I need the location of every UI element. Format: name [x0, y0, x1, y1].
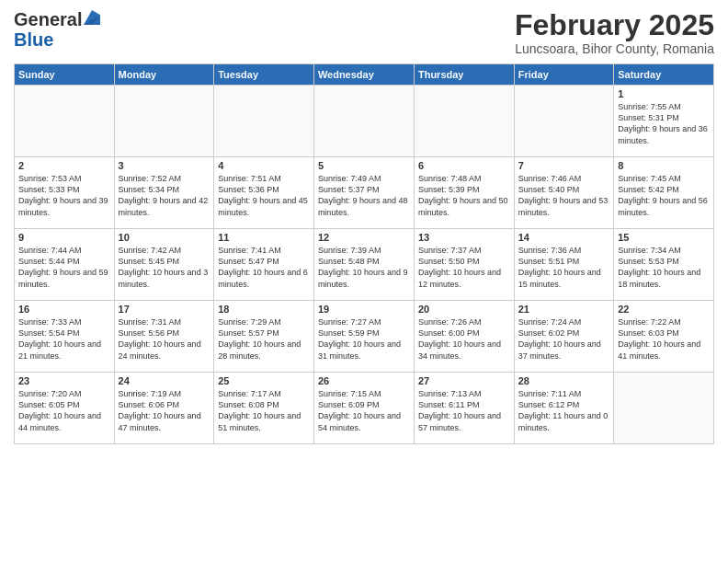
calendar-cell: 25Sunrise: 7:17 AM Sunset: 6:08 PM Dayli…	[214, 373, 314, 444]
calendar-cell: 7Sunrise: 7:46 AM Sunset: 5:40 PM Daylig…	[514, 157, 613, 229]
calendar-cell: 15Sunrise: 7:34 AM Sunset: 5:53 PM Dayli…	[614, 229, 714, 301]
day-info: Sunrise: 7:42 AM Sunset: 5:45 PM Dayligh…	[119, 245, 210, 290]
day-number: 3	[119, 160, 210, 171]
day-info: Sunrise: 7:34 AM Sunset: 5:53 PM Dayligh…	[618, 245, 710, 290]
day-info: Sunrise: 7:15 AM Sunset: 6:09 PM Dayligh…	[318, 388, 410, 433]
calendar-cell: 17Sunrise: 7:31 AM Sunset: 5:56 PM Dayli…	[114, 301, 214, 373]
col-thursday: Thursday	[414, 64, 514, 86]
day-number: 4	[218, 160, 310, 171]
day-info: Sunrise: 7:33 AM Sunset: 5:54 PM Dayligh…	[18, 316, 110, 362]
calendar-cell	[15, 86, 115, 157]
calendar-cell: 4Sunrise: 7:51 AM Sunset: 5:36 PM Daylig…	[214, 157, 314, 229]
day-number: 27	[418, 375, 510, 386]
day-number: 22	[618, 304, 710, 315]
title-block: February 2025 Luncsoara, Bihor County, R…	[515, 9, 714, 56]
calendar-cell: 5Sunrise: 7:49 AM Sunset: 5:37 PM Daylig…	[313, 157, 414, 229]
day-number: 26	[318, 375, 410, 386]
day-number: 9	[18, 232, 110, 243]
day-number: 24	[119, 375, 210, 386]
day-info: Sunrise: 7:29 AM Sunset: 5:57 PM Dayligh…	[218, 316, 310, 362]
day-info: Sunrise: 7:20 AM Sunset: 6:05 PM Dayligh…	[18, 388, 110, 433]
calendar-cell: 13Sunrise: 7:37 AM Sunset: 5:50 PM Dayli…	[414, 229, 514, 301]
logo-text: General	[14, 9, 100, 29]
calendar-cell: 26Sunrise: 7:15 AM Sunset: 6:09 PM Dayli…	[313, 373, 414, 444]
day-info: Sunrise: 7:52 AM Sunset: 5:34 PM Dayligh…	[119, 173, 210, 218]
calendar-cell: 18Sunrise: 7:29 AM Sunset: 5:57 PM Dayli…	[214, 301, 314, 373]
location: Luncsoara, Bihor County, Romania	[515, 41, 714, 56]
day-number: 23	[18, 375, 110, 386]
day-info: Sunrise: 7:41 AM Sunset: 5:47 PM Dayligh…	[218, 245, 310, 290]
day-info: Sunrise: 7:26 AM Sunset: 6:00 PM Dayligh…	[418, 316, 510, 362]
calendar-cell: 20Sunrise: 7:26 AM Sunset: 6:00 PM Dayli…	[414, 301, 514, 373]
day-info: Sunrise: 7:37 AM Sunset: 5:50 PM Dayligh…	[418, 245, 510, 290]
day-number: 15	[618, 232, 710, 243]
day-number: 1	[618, 88, 710, 99]
day-info: Sunrise: 7:45 AM Sunset: 5:42 PM Dayligh…	[618, 173, 710, 218]
day-number: 17	[119, 304, 210, 315]
calendar-cell: 12Sunrise: 7:39 AM Sunset: 5:48 PM Dayli…	[313, 229, 414, 301]
calendar-cell: 24Sunrise: 7:19 AM Sunset: 6:06 PM Dayli…	[114, 373, 214, 444]
calendar-cell: 3Sunrise: 7:52 AM Sunset: 5:34 PM Daylig…	[114, 157, 214, 229]
day-info: Sunrise: 7:51 AM Sunset: 5:36 PM Dayligh…	[218, 173, 310, 218]
day-info: Sunrise: 7:44 AM Sunset: 5:44 PM Dayligh…	[18, 245, 110, 290]
day-info: Sunrise: 7:36 AM Sunset: 5:51 PM Dayligh…	[518, 245, 609, 290]
day-info: Sunrise: 7:53 AM Sunset: 5:33 PM Dayligh…	[18, 173, 110, 218]
calendar-header-row: Sunday Monday Tuesday Wednesday Thursday…	[15, 64, 714, 86]
calendar-cell	[514, 86, 613, 157]
calendar-week-row: 1Sunrise: 7:55 AM Sunset: 5:31 PM Daylig…	[15, 86, 714, 157]
calendar-cell: 14Sunrise: 7:36 AM Sunset: 5:51 PM Dayli…	[514, 229, 613, 301]
calendar-cell	[614, 373, 714, 444]
day-number: 8	[618, 160, 710, 171]
calendar-cell	[313, 86, 414, 157]
calendar-cell: 21Sunrise: 7:24 AM Sunset: 6:02 PM Dayli…	[514, 301, 613, 373]
calendar-cell: 10Sunrise: 7:42 AM Sunset: 5:45 PM Dayli…	[114, 229, 214, 301]
calendar-cell: 16Sunrise: 7:33 AM Sunset: 5:54 PM Dayli…	[15, 301, 115, 373]
day-info: Sunrise: 7:27 AM Sunset: 5:59 PM Dayligh…	[318, 316, 410, 362]
calendar-week-row: 9Sunrise: 7:44 AM Sunset: 5:44 PM Daylig…	[15, 229, 714, 301]
calendar-cell: 2Sunrise: 7:53 AM Sunset: 5:33 PM Daylig…	[15, 157, 115, 229]
calendar-cell: 19Sunrise: 7:27 AM Sunset: 5:59 PM Dayli…	[313, 301, 414, 373]
calendar-cell: 6Sunrise: 7:48 AM Sunset: 5:39 PM Daylig…	[414, 157, 514, 229]
calendar-week-row: 23Sunrise: 7:20 AM Sunset: 6:05 PM Dayli…	[15, 373, 714, 444]
day-info: Sunrise: 7:39 AM Sunset: 5:48 PM Dayligh…	[318, 245, 410, 290]
day-number: 13	[418, 232, 510, 243]
day-info: Sunrise: 7:31 AM Sunset: 5:56 PM Dayligh…	[119, 316, 210, 362]
day-info: Sunrise: 7:24 AM Sunset: 6:02 PM Dayligh…	[518, 316, 609, 362]
day-number: 20	[418, 304, 510, 315]
day-number: 7	[518, 160, 609, 171]
calendar-cell: 23Sunrise: 7:20 AM Sunset: 6:05 PM Dayli…	[15, 373, 115, 444]
month-title: February 2025	[515, 9, 714, 41]
logo-general: General	[14, 9, 82, 29]
col-sunday: Sunday	[15, 64, 115, 86]
calendar-cell	[214, 86, 314, 157]
calendar-cell: 22Sunrise: 7:22 AM Sunset: 6:03 PM Dayli…	[614, 301, 714, 373]
day-info: Sunrise: 7:13 AM Sunset: 6:11 PM Dayligh…	[418, 388, 510, 433]
day-number: 25	[218, 375, 310, 386]
day-number: 5	[318, 160, 410, 171]
calendar-cell	[114, 86, 214, 157]
logo-blue-text: Blue	[14, 29, 100, 50]
day-number: 16	[18, 304, 110, 315]
calendar-cell: 9Sunrise: 7:44 AM Sunset: 5:44 PM Daylig…	[15, 229, 115, 301]
calendar-table: Sunday Monday Tuesday Wednesday Thursday…	[14, 63, 714, 444]
day-info: Sunrise: 7:11 AM Sunset: 6:12 PM Dayligh…	[518, 388, 609, 433]
calendar-week-row: 2Sunrise: 7:53 AM Sunset: 5:33 PM Daylig…	[15, 157, 714, 229]
calendar-cell: 27Sunrise: 7:13 AM Sunset: 6:11 PM Dayli…	[414, 373, 514, 444]
day-info: Sunrise: 7:48 AM Sunset: 5:39 PM Dayligh…	[418, 173, 510, 218]
logo-icon	[84, 9, 100, 26]
calendar-cell	[414, 86, 514, 157]
calendar-cell: 8Sunrise: 7:45 AM Sunset: 5:42 PM Daylig…	[614, 157, 714, 229]
day-info: Sunrise: 7:17 AM Sunset: 6:08 PM Dayligh…	[218, 388, 310, 433]
day-number: 10	[119, 232, 210, 243]
calendar-week-row: 16Sunrise: 7:33 AM Sunset: 5:54 PM Dayli…	[15, 301, 714, 373]
calendar-cell: 1Sunrise: 7:55 AM Sunset: 5:31 PM Daylig…	[614, 86, 714, 157]
page-container: General Blue February 2025 Luncsoara, Bi…	[0, 0, 728, 454]
col-monday: Monday	[114, 64, 214, 86]
logo-blue: Blue	[14, 29, 53, 50]
day-number: 11	[218, 232, 310, 243]
day-number: 6	[418, 160, 510, 171]
day-number: 18	[218, 304, 310, 315]
day-info: Sunrise: 7:22 AM Sunset: 6:03 PM Dayligh…	[618, 316, 710, 362]
col-friday: Friday	[514, 64, 613, 86]
calendar-cell: 11Sunrise: 7:41 AM Sunset: 5:47 PM Dayli…	[214, 229, 314, 301]
